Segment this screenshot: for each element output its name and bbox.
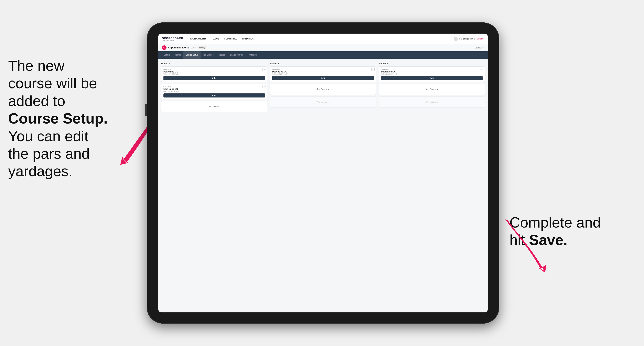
tab-details[interactable]: Details bbox=[161, 51, 172, 59]
sign-out-link[interactable]: Sign out bbox=[476, 38, 484, 40]
tournament-name: Clippd Invitational bbox=[168, 46, 189, 49]
nav-rankings[interactable]: RANKINGS bbox=[242, 38, 254, 40]
cancel-button[interactable]: Cancel ✕ bbox=[475, 46, 484, 49]
top-nav-right: blair@clippd.io | Sign out bbox=[454, 37, 484, 41]
scoreboard-brand: SCOREBOARD Powered by clippd bbox=[162, 37, 183, 41]
round1-course-a-card: (Course A) Peachtree GC Yellow (M) (6629… bbox=[161, 66, 267, 82]
round1-course-b-details: Black (M) (6891 yds) bbox=[164, 90, 265, 92]
annotation-line2: course will be bbox=[8, 75, 97, 91]
tablet-screen: SCOREBOARD Powered by clippd TOURNAMENTS… bbox=[158, 34, 488, 312]
round2-course-a-tag: (Course A) bbox=[272, 68, 374, 70]
round-1-col: Round 1 (Course A) Peachtree GC Yellow (… bbox=[161, 62, 267, 114]
side-button bbox=[145, 104, 147, 116]
round2-course-a-edit[interactable]: Edit bbox=[272, 76, 374, 80]
round2-add-course-2: Add Course + bbox=[270, 96, 376, 108]
round1-course-b-delete[interactable]: ○ bbox=[262, 85, 266, 88]
tab-leaderboards[interactable]: Leaderboards bbox=[228, 51, 245, 59]
tab-tee-groups[interactable]: Tee Groups bbox=[200, 51, 216, 59]
rounds-grid: Round 1 (Course A) Peachtree GC Yellow (… bbox=[161, 62, 485, 114]
tab-results[interactable]: Results bbox=[216, 51, 228, 59]
annotation-line4: You can edit bbox=[8, 128, 88, 144]
tablet-shell: SCOREBOARD Powered by clippd TOURNAMENTS… bbox=[147, 22, 499, 324]
nav-teams[interactable]: TEAMS bbox=[212, 38, 219, 40]
user-email: blair@clippd.io bbox=[459, 38, 473, 40]
round3-add-course-2-plus-icon: + bbox=[437, 101, 438, 103]
round2-course-a-name: Peachtree GC bbox=[272, 70, 374, 73]
tournament-gender: (Men) bbox=[191, 47, 196, 49]
round3-add-course-2: Add Course + bbox=[379, 96, 485, 108]
round3-course-a-card: (Course A) Peachtree GC Yellow (M) (6629… bbox=[379, 66, 485, 82]
round-3-label: Round 3 bbox=[379, 62, 485, 65]
avatar bbox=[454, 37, 458, 41]
round3-course-a-delete[interactable]: ○ bbox=[480, 68, 484, 71]
nav-tournaments[interactable]: TOURNAMENTS bbox=[190, 38, 207, 40]
round3-add-course-1-text: Add Course bbox=[426, 88, 436, 90]
round2-course-a-delete[interactable]: ○ bbox=[371, 68, 374, 71]
round2-add-course-2-plus-icon: + bbox=[328, 101, 329, 103]
round1-course-a-details: Yellow (M) (6629 yds) bbox=[164, 73, 265, 75]
round-3-col: Round 3 (Course A) Peachtree GC Yellow (… bbox=[379, 62, 485, 114]
sub-header: C Clippd Invitational (Men) Hosting Canc… bbox=[158, 44, 488, 51]
round3-add-course-1[interactable]: Add Course + bbox=[379, 84, 485, 95]
top-nav-left: SCOREBOARD Powered by clippd TOURNAMENTS… bbox=[162, 37, 254, 41]
round3-course-a-details: Yellow (M) (6629 yds) bbox=[381, 73, 482, 75]
tab-bar: Details Teams Course Setup Tee Groups Re… bbox=[158, 51, 488, 59]
round3-course-a-name: Peachtree GC bbox=[381, 70, 482, 73]
round3-add-course-1-plus-icon: + bbox=[437, 88, 438, 91]
top-nav: SCOREBOARD Powered by clippd TOURNAMENTS… bbox=[158, 34, 488, 44]
round1-course-a-delete[interactable]: ○ bbox=[262, 68, 266, 71]
round2-add-course-1-text: Add Course bbox=[317, 88, 328, 90]
tab-printables[interactable]: Printables bbox=[245, 51, 259, 59]
hosting-badge: Hosting bbox=[198, 46, 206, 49]
round-2-label: Round 2 bbox=[270, 62, 376, 65]
round3-course-a-edit[interactable]: Edit bbox=[381, 76, 482, 80]
annotation-line3: added to bbox=[8, 93, 65, 109]
brand-title: SCOREBOARD bbox=[162, 37, 183, 39]
brand-sub: Powered by clippd bbox=[162, 39, 183, 41]
round1-add-course[interactable]: Add Course + bbox=[161, 101, 267, 112]
main-content: Round 1 (Course A) Peachtree GC Yellow (… bbox=[158, 59, 488, 312]
round1-course-b-name: East Lake GC bbox=[164, 88, 265, 90]
arrow-right-icon bbox=[495, 216, 556, 281]
annotation-line6: yardages. bbox=[8, 163, 72, 179]
annotation-bold: Course Setup. bbox=[8, 110, 108, 127]
c-logo: C bbox=[162, 45, 166, 50]
round1-course-a-edit[interactable]: Edit bbox=[164, 76, 265, 80]
tab-course-setup[interactable]: Course Setup bbox=[183, 51, 200, 59]
round-1-label: Round 1 bbox=[161, 62, 267, 65]
round1-course-a-tag: (Course A) bbox=[164, 68, 265, 70]
round2-course-a-card: (Course A) Peachtree GC Yellow (M) (6629… bbox=[270, 66, 376, 82]
annotation-line5: the pars and bbox=[8, 146, 90, 162]
round1-course-b-card: (Course B) East Lake GC Black (M) (6891 … bbox=[161, 84, 267, 99]
nav-separator: | bbox=[474, 38, 475, 40]
round1-add-course-plus-icon: + bbox=[219, 105, 220, 108]
nav-committee[interactable]: COMMITTEE bbox=[224, 38, 238, 40]
tab-teams[interactable]: Teams bbox=[172, 51, 183, 59]
round3-course-a-tag: (Course A) bbox=[381, 68, 482, 70]
round1-course-b-edit[interactable]: Edit bbox=[164, 93, 265, 98]
round1-course-a-name: Peachtree GC bbox=[164, 70, 265, 73]
annotation-line1: The new bbox=[8, 58, 64, 74]
round1-add-course-text: Add Course bbox=[208, 105, 219, 108]
round3-add-course-2-text: Add Course bbox=[426, 101, 436, 103]
round1-course-b-tag: (Course B) bbox=[164, 85, 265, 87]
round-2-col: Round 2 (Course A) Peachtree GC Yellow (… bbox=[270, 62, 376, 114]
round2-add-course-1[interactable]: Add Course + bbox=[270, 84, 376, 95]
round2-add-course-2-text: Add Course bbox=[317, 101, 328, 103]
round2-course-a-details: Yellow (M) (6629 yds) bbox=[272, 73, 374, 75]
sub-header-left: C Clippd Invitational (Men) Hosting bbox=[162, 45, 206, 50]
round2-add-course-1-plus-icon: + bbox=[328, 88, 329, 91]
